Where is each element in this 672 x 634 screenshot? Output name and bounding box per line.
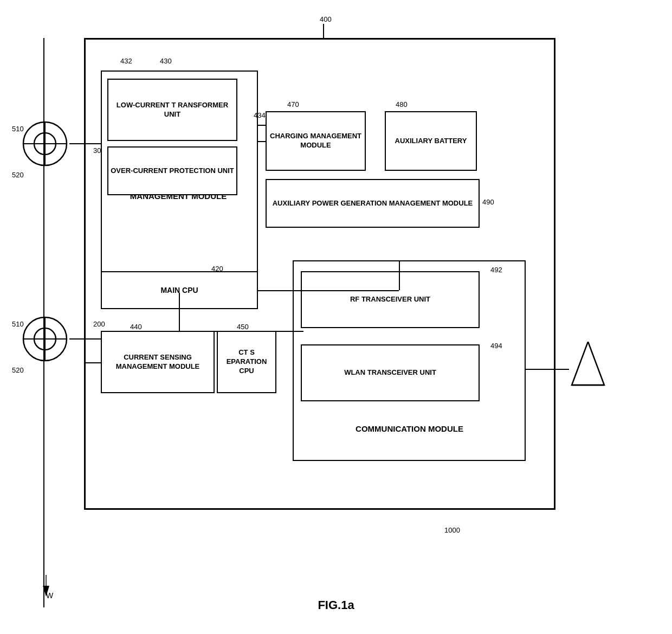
figure-caption: FIG.1a: [0, 598, 672, 612]
communication-label: COMMUNICATION MODULE: [297, 423, 522, 434]
ct-separation-box: CT S EPARATION CPU: [217, 331, 276, 393]
over-current-box: OVER-CURRENT PROTECTION UNIT: [107, 146, 237, 195]
w-arrow: [41, 575, 51, 597]
ref-450: 450: [237, 323, 249, 331]
ref-432: 432: [120, 57, 132, 65]
ref-490: 490: [482, 198, 494, 206]
svg-marker-11: [43, 586, 49, 597]
toroid-lower: [21, 315, 69, 363]
toroid-upper: [21, 119, 69, 168]
rf-transceiver-box: RF TRANSCEIVER UNIT: [301, 271, 480, 328]
svg-marker-8: [572, 342, 604, 385]
wlan-transceiver-box: WLAN TRANSCEIVER UNIT: [301, 344, 480, 401]
ref-494: 494: [490, 342, 502, 350]
ref-510a: 510: [12, 125, 24, 133]
diagram-page: 400 300 200 510 520 510 520 432 430: [0, 0, 672, 634]
ref-430: 430: [160, 57, 172, 65]
ref-200: 200: [93, 320, 105, 328]
ref-470: 470: [287, 100, 299, 108]
ref-492: 492: [490, 266, 502, 274]
ref-520b: 520: [12, 366, 24, 374]
ref-434: 434: [254, 111, 266, 119]
aux-power-box: AUXILIARY POWER GENERATION MANAGEMENT MO…: [266, 179, 480, 228]
ref-400: 400: [320, 15, 332, 23]
ref-1000: 1000: [444, 526, 460, 534]
ref-520a: 520: [12, 171, 24, 179]
ref-440: 440: [130, 323, 142, 331]
ref-480: 480: [396, 100, 408, 108]
low-current-box: LOW-CURRENT T RANSFORMER UNIT: [107, 79, 237, 141]
ref-510b: 510: [12, 320, 24, 328]
auxiliary-battery-box: AUXILIARY BATTERY: [385, 111, 477, 171]
current-sensing-box: CURRENT SENSING MANAGEMENT MODULE: [101, 331, 215, 393]
antenna-icon: [569, 342, 607, 396]
charging-module-box: CHARGING MANAGEMENT MODULE: [266, 111, 366, 171]
